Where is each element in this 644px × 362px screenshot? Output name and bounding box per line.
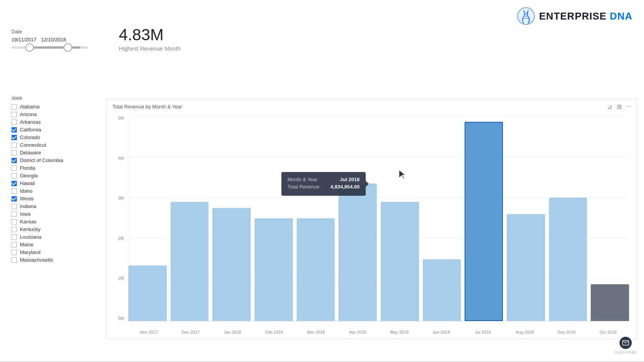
bar-group[interactable] [423,116,461,321]
state-item[interactable]: Kentucky [12,226,100,232]
state-checkbox[interactable] [12,234,17,240]
y-axis-label: 1M [118,276,124,280]
logo-area: ENTERPRISE DNA [517,7,632,25]
state-checkbox[interactable] [12,227,17,232]
state-item[interactable]: Florida [12,165,100,171]
x-axis-label: Jan 2018 [212,321,253,335]
state-filter: state AlabamaArizonaArkansasCaliforniaCo… [12,95,100,263]
state-checkbox[interactable] [12,104,17,110]
x-axis: Nov 2017Dec 2017Jan 2018Feb 2018Mar 2018… [128,321,629,335]
bar-group[interactable] [338,116,377,321]
state-item[interactable]: Massachusetts [12,257,100,263]
state-checkbox[interactable] [12,143,17,148]
filter-icon[interactable]: ⊿ [607,103,612,110]
state-name: Hawaii [20,180,35,186]
state-item[interactable]: Indiana [12,203,100,209]
bar[interactable] [507,214,545,321]
date-slider-track[interactable] [12,46,88,49]
more-icon[interactable]: ··· [626,103,631,110]
bar[interactable] [423,259,461,321]
state-checkbox[interactable] [12,150,17,156]
bar-group[interactable] [171,116,209,321]
bar-group[interactable] [255,116,293,321]
state-name: Connecticut [20,142,46,148]
date-filter-label: Date [12,29,88,34]
state-item[interactable]: Alabama [12,104,100,110]
state-checkbox[interactable] [12,127,17,133]
state-item[interactable]: Maryland [12,249,100,255]
expand-icon[interactable]: ⊞ [617,103,622,110]
bar-group[interactable] [297,116,335,321]
x-axis-label: Aug 2018 [504,321,545,335]
bar-group[interactable] [212,116,251,321]
state-item[interactable]: Hawaii [12,180,100,186]
state-checkbox[interactable] [12,242,17,247]
state-name: Louisiana [20,234,41,240]
state-item[interactable]: Georgia [12,173,100,179]
bar[interactable] [591,284,629,321]
state-filter-title: state [12,95,100,101]
state-item[interactable]: California [12,127,100,133]
date-filter-section: Date 19/11/2017 12/10/2018 [12,29,88,49]
subscribe-icon[interactable] [619,337,632,349]
bar-group[interactable] [507,116,545,321]
bar[interactable] [297,218,335,321]
state-checkbox[interactable] [12,112,17,117]
state-item[interactable]: District of Columbia [12,157,100,163]
slider-thumb-right[interactable] [64,43,72,52]
state-checkbox[interactable] [12,219,17,224]
state-item[interactable]: Arkansas [12,119,100,125]
bar-group[interactable] [465,116,503,321]
subscribe-text: SUBSCRIBE [614,351,636,354]
bar[interactable] [338,183,377,321]
state-item[interactable]: Colorado [12,134,100,140]
y-axis-label: 3M [118,196,124,200]
bar[interactable] [212,208,251,321]
bar[interactable] [465,122,503,321]
state-item[interactable]: Kansas [12,219,100,224]
state-checkbox[interactable] [12,181,17,186]
bar-group[interactable] [549,116,587,321]
subscribe-area[interactable]: SUBSCRIBE [614,337,636,354]
bar-group[interactable] [128,116,167,321]
state-checkbox[interactable] [12,204,17,209]
state-checkbox[interactable] [12,165,17,171]
state-checkbox[interactable] [12,173,17,179]
state-checkbox[interactable] [12,135,17,140]
chart-actions: ⊿ ⊞ ··· [607,103,631,110]
slider-fill [27,46,80,49]
x-axis-label: Nov 2017 [128,321,170,335]
bar[interactable] [381,202,419,321]
slider-thumb-left[interactable] [25,43,34,52]
state-checkbox[interactable] [12,250,17,255]
dna-icon [517,7,535,25]
state-item[interactable]: Idaho [12,188,100,194]
bar[interactable] [549,198,587,321]
state-checkbox[interactable] [12,196,17,201]
state-item[interactable]: Maine [12,242,100,247]
chart-container: Total Revenue by Month & Year ⊿ ⊞ ··· 5M… [107,99,637,339]
state-checkbox[interactable] [12,188,17,194]
state-name: Massachusetts [20,257,53,263]
x-axis-label: Apr 2018 [337,321,379,335]
state-checkbox[interactable] [12,120,17,125]
state-name: Kentucky [20,226,40,232]
state-item[interactable]: Delaware [12,150,100,156]
state-checkbox[interactable] [12,211,17,217]
bar[interactable] [255,218,293,321]
bar[interactable] [171,202,209,321]
state-item[interactable]: Iowa [12,211,100,217]
state-name: Arizona [20,111,37,117]
state-checkbox[interactable] [12,257,17,263]
state-item[interactable]: Connecticut [12,142,100,148]
state-item[interactable]: Arizona [12,111,100,117]
bar-group[interactable] [591,116,629,321]
state-list: AlabamaArizonaArkansasCaliforniaColorado… [12,104,100,263]
state-item[interactable]: Louisiana [12,234,100,240]
chart-header: Total Revenue by Month & Year ⊿ ⊞ ··· [107,99,637,113]
bar[interactable] [128,265,167,321]
state-checkbox[interactable] [12,158,17,163]
bar-group[interactable] [381,116,419,321]
state-item[interactable]: Illinois [12,196,100,201]
chart-title: Total Revenue by Month & Year [112,104,182,110]
